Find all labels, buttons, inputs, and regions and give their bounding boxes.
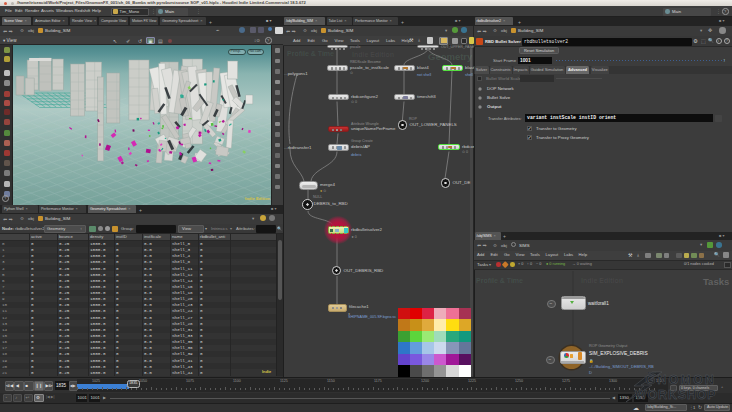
svg-text:WORKSHOP: WORKSHOP <box>635 388 716 402</box>
svg-text:GNOMON: GNOMON <box>646 373 717 387</box>
